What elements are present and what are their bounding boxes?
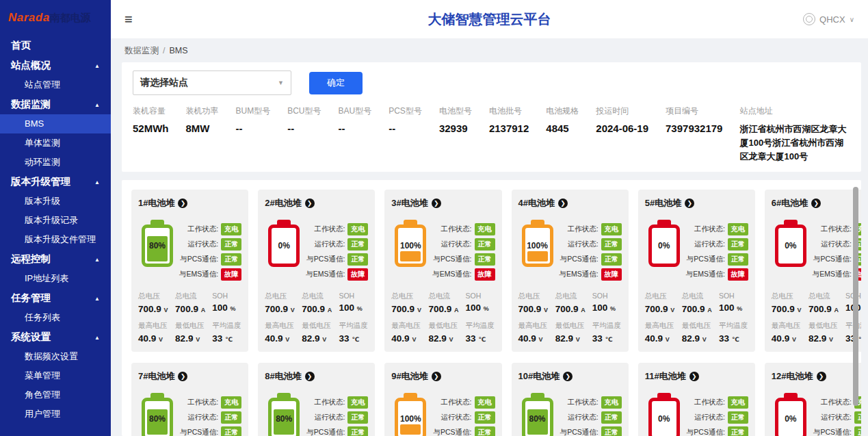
stat-label: 最高电压 bbox=[645, 321, 679, 331]
sidebar-item-label: 站点管理 bbox=[25, 79, 60, 90]
info-field: 装机容量52MWh bbox=[133, 105, 169, 134]
sidebar-item-9[interactable]: 版本升级记录 bbox=[0, 211, 111, 230]
sidebar-item-6[interactable]: 动环监测 bbox=[0, 153, 111, 172]
card-detail-arrow-icon[interactable]: ❯ bbox=[432, 198, 441, 208]
status-badge: 正常 bbox=[475, 411, 495, 424]
battery-stack-card: 9#电池堆❯100%工作状态:充电运行状态:正常与PCS通信:正常与EMS通信:… bbox=[384, 363, 501, 436]
sidebar-item-3[interactable]: 数据监测▲ bbox=[0, 94, 111, 114]
stat-unit: A bbox=[707, 307, 712, 313]
status-label: 工作状态: bbox=[187, 398, 218, 407]
brand-name: Narada bbox=[8, 11, 50, 24]
confirm-button[interactable]: 确定 bbox=[309, 72, 363, 94]
card-head: 10#电池堆❯ bbox=[518, 370, 622, 383]
card-detail-arrow-icon[interactable]: ❯ bbox=[689, 372, 699, 381]
sidebar-item-2[interactable]: 站点管理 bbox=[0, 75, 111, 94]
status-label: 运行状态: bbox=[441, 413, 472, 422]
status-badge: 故障 bbox=[601, 268, 622, 281]
status-row: 运行状态:正常 bbox=[432, 238, 495, 251]
sidebar-item-16[interactable]: 数据频次设置 bbox=[0, 347, 111, 366]
stat-cell: 最高电压40.9 V bbox=[138, 321, 172, 344]
info-field-label: PCS型号 bbox=[389, 105, 422, 117]
battery-icon: 100% bbox=[395, 225, 426, 267]
sidebar-item-label: 系统设置 bbox=[11, 331, 51, 342]
info-field-label: 电池批号 bbox=[489, 105, 529, 117]
sidebar-item-14[interactable]: 任务列表 bbox=[0, 308, 111, 327]
select-caret-icon: ▼ bbox=[278, 79, 284, 86]
card-detail-arrow-icon[interactable]: ❯ bbox=[305, 372, 315, 381]
status-label: 与EMS通信: bbox=[686, 270, 725, 279]
stat-unit: ℃ bbox=[858, 336, 861, 343]
stat-value: 40.9 V bbox=[518, 333, 553, 344]
stat-cell: 总电压700.9 V bbox=[772, 292, 806, 314]
status-label: 与PCS通信: bbox=[180, 428, 218, 436]
sidebar-item-1[interactable]: 站点概况▲ bbox=[0, 55, 111, 75]
battery-wrap: 0% bbox=[645, 392, 683, 436]
card-detail-arrow-icon[interactable]: ❯ bbox=[305, 198, 315, 208]
card-detail-arrow-icon[interactable]: ❯ bbox=[563, 372, 573, 381]
battery-icon: 0% bbox=[648, 225, 680, 267]
status-row: 工作状态:充电 bbox=[560, 396, 622, 409]
sidebar-item-4[interactable]: BMS bbox=[0, 114, 111, 133]
stat-unit: % bbox=[484, 305, 489, 312]
sidebar-item-12[interactable]: IP地址列表 bbox=[0, 269, 111, 288]
info-field: PCS型号-- bbox=[389, 105, 422, 134]
sidebar-item-13[interactable]: 任务管理▲ bbox=[0, 288, 111, 308]
card-detail-arrow-icon[interactable]: ❯ bbox=[817, 372, 826, 381]
sidebar-item-17[interactable]: 菜单管理 bbox=[0, 366, 111, 385]
card-title: 2#电池堆 bbox=[265, 197, 301, 209]
cards-grid: 1#电池堆❯80%工作状态:充电运行状态:正常与PCS通信:正常与EMS通信:故… bbox=[131, 190, 852, 436]
stat-unit: V bbox=[291, 307, 295, 313]
battery-icon: 0% bbox=[268, 225, 300, 267]
stat-value: 33 ℃ bbox=[719, 333, 748, 344]
sidebar-item-19[interactable]: 用户管理 bbox=[0, 405, 111, 424]
status-badge: 正常 bbox=[475, 238, 495, 251]
status-row: 运行状态:正常 bbox=[432, 411, 495, 424]
status-row: 运行状态:正常 bbox=[686, 238, 748, 251]
battery-icon: 0% bbox=[775, 225, 806, 267]
status-row: 工作状态:充电 bbox=[306, 396, 368, 409]
stat-unit: % bbox=[610, 305, 616, 312]
stat-value: 82.9 V bbox=[302, 333, 336, 344]
info-field-label: 装机容量 bbox=[133, 105, 169, 117]
status-badge: 充电 bbox=[221, 396, 241, 409]
card-body: 80%工作状态:充电运行状态:正常与PCS通信:正常与EMS通信:故障 bbox=[518, 392, 622, 436]
hamburger-menu-icon[interactable]: ≡ bbox=[124, 12, 133, 26]
vertical-scrollbar[interactable] bbox=[853, 187, 858, 406]
stat-label: 总电压 bbox=[138, 292, 172, 301]
status-badge: 正常 bbox=[221, 238, 241, 251]
sidebar-item-5[interactable]: 单体监测 bbox=[0, 133, 111, 153]
sidebar-item-8[interactable]: 版本升级 bbox=[0, 192, 111, 211]
card-head: 5#电池堆❯ bbox=[645, 197, 748, 209]
stat-label: SOH bbox=[719, 292, 748, 300]
info-field: 电池型号32939 bbox=[439, 105, 472, 134]
info-field-value: -- bbox=[287, 123, 321, 134]
status-label: 工作状态: bbox=[441, 225, 472, 234]
stat-label: SOH bbox=[339, 292, 368, 300]
battery-icon: 0% bbox=[648, 398, 680, 436]
card-detail-arrow-icon[interactable]: ❯ bbox=[432, 372, 441, 381]
info-field-value: 浙江省杭州市西湖区龙章大厦100号浙江省杭州市西湖区龙章大厦100号 bbox=[739, 123, 850, 164]
stat-label: 总电压 bbox=[265, 292, 299, 301]
sidebar-nav: 首页站点概况▲站点管理数据监测▲BMS单体监测动环监测版本升级管理▲版本升级版本… bbox=[0, 36, 111, 424]
battery-icon: 100% bbox=[522, 225, 553, 267]
card-detail-arrow-icon[interactable]: ❯ bbox=[178, 198, 187, 208]
sidebar-item-18[interactable]: 角色管理 bbox=[0, 385, 111, 405]
stat-cell: 总电流700.9 A bbox=[428, 292, 462, 314]
station-select[interactable]: 请选择站点 ▼ bbox=[133, 70, 291, 95]
card-detail-arrow-icon[interactable]: ❯ bbox=[685, 198, 694, 208]
sidebar-item-11[interactable]: 远程控制▲ bbox=[0, 249, 111, 269]
sidebar-item-7[interactable]: 版本升级管理▲ bbox=[0, 172, 111, 192]
sidebar-item-15[interactable]: 系统设置▲ bbox=[0, 327, 111, 347]
brand-logo: Narada南都电源 bbox=[0, 0, 111, 30]
user-menu[interactable]: QHCX ∨ bbox=[803, 13, 854, 25]
card-detail-arrow-icon[interactable]: ❯ bbox=[811, 198, 821, 208]
sidebar-item-10[interactable]: 版本升级文件管理 bbox=[0, 230, 111, 249]
sidebar-item-0[interactable]: 首页 bbox=[0, 36, 111, 55]
stat-cell: 最低电压82.9 V bbox=[682, 321, 716, 344]
sidebar-item-label: 版本升级管理 bbox=[11, 176, 70, 187]
card-detail-arrow-icon[interactable]: ❯ bbox=[178, 372, 187, 381]
stat-value: 33 ℃ bbox=[212, 333, 241, 344]
card-detail-arrow-icon[interactable]: ❯ bbox=[558, 198, 568, 208]
breadcrumb-parent[interactable]: 数据监测 bbox=[124, 46, 159, 55]
status-list: 工作状态:充电运行状态:正常与PCS通信:正常与EMS通信:故障 bbox=[179, 392, 241, 436]
